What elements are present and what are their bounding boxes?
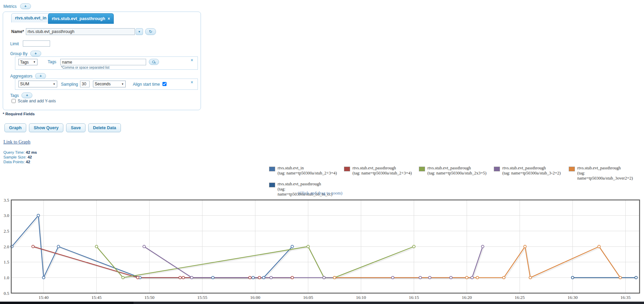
group-by-tags-input[interactable] [60, 59, 146, 65]
add-aggregator-button[interactable]: + [35, 73, 46, 79]
data-points-value: 42 [26, 160, 30, 164]
refresh-icon: ↻ [149, 29, 152, 34]
name-label: Name* [11, 29, 24, 34]
metric-name-dropdown-button[interactable]: ▼ [136, 28, 143, 35]
svg-text:16:35: 16:35 [621, 295, 631, 300]
chart-svg[interactable]: 0.51.01.52.02.53.03.515:4015:4515:5015:5… [0, 199, 644, 301]
sampling-unit-select[interactable]: Seconds ▼ [93, 81, 126, 87]
data-points-label: Data Points: [3, 160, 25, 164]
search-tags-button[interactable] [149, 59, 159, 65]
close-tab-icon[interactable]: × [108, 17, 110, 21]
legend-swatch [269, 183, 275, 187]
required-fields-note: * Required Fields [3, 112, 35, 116]
sample-size-stat: Sample Size: 42 [3, 155, 32, 160]
svg-text:16:30: 16:30 [568, 295, 578, 300]
group-by-tags-label: Tags [48, 60, 56, 64]
zoom-hint: (Click and drag to zoom) [225, 190, 415, 196]
chevron-down-icon: ▼ [121, 83, 124, 86]
sample-size-label: Sample Size: [3, 155, 27, 159]
show-query-button[interactable]: Show Query [29, 123, 63, 132]
legend-label: rtvs.stub.evt_passthrough(tag: name=tp50… [502, 166, 561, 181]
add-group-by-button[interactable]: + [30, 51, 41, 56]
legend-swatch [419, 167, 425, 171]
legend-item: rtvs.stub.evt_passthrough(tag: name=tp50… [494, 166, 565, 181]
query-time-value: 42 ms [26, 150, 37, 154]
tags-section-label: Tags [10, 93, 19, 98]
svg-text:0.5: 0.5 [4, 291, 9, 296]
tab-evt-passthrough-label: rtvs.stub.evt_passthrough [52, 16, 105, 21]
legend-item: rtvs.stub.evt_in(tag: name=tp50300a/stub… [269, 166, 340, 181]
svg-text:1.5: 1.5 [4, 259, 9, 265]
kairosdb-query-page: Metrics + rtvs.stub.evt_in × rtvs.stub.e… [0, 0, 644, 304]
svg-text:2.5: 2.5 [4, 229, 9, 234]
scale-y-axis-checkbox[interactable] [12, 99, 16, 103]
legend-label: rtvs.stub.evt_passthrough(tag: name=tp50… [352, 166, 412, 181]
legend-item: rtvs.stub.evt_passthrough(tag: name=tp50… [344, 166, 415, 181]
tab-evt-in-label: rtvs.stub.evt_in [15, 16, 46, 20]
aggregator-function-select[interactable]: SUM ▼ [18, 81, 57, 87]
query-time-stat: Query Time: 42 ms [3, 150, 37, 155]
sampling-value-input[interactable] [80, 81, 90, 87]
chart[interactable]: 0.51.01.52.02.53.03.515:4015:4515:5015:5… [0, 199, 644, 301]
svg-text:16:20: 16:20 [462, 295, 472, 300]
bottom-scrollbar-thumb[interactable] [0, 302, 133, 304]
legend-swatch [269, 167, 275, 171]
tab-evt-passthrough[interactable]: rtvs.stub.evt_passthrough × [48, 13, 114, 24]
group-by-type-value: Tags [20, 60, 29, 65]
svg-text:16:10: 16:10 [356, 295, 366, 300]
save-button[interactable]: Save [66, 123, 85, 132]
aggregator-row: SUM ▼ Sampling Seconds ▼ Align start tim… [15, 79, 198, 90]
data-points-stat: Data Points: 42 [3, 160, 30, 165]
search-icon [152, 60, 156, 64]
link-to-graph[interactable]: Link to Graph [3, 139, 30, 145]
tags-hint: *Comma or space separated list [61, 66, 109, 69]
legend-item: rtvs.stub.evt_passthrough(tag: name=tp50… [569, 166, 640, 181]
svg-text:15:45: 15:45 [92, 295, 102, 300]
legend-swatch [569, 167, 575, 171]
refresh-metric-button[interactable]: ↻ [145, 28, 156, 35]
metrics-section-label: Metrics [3, 4, 17, 9]
chevron-down-icon: ▼ [138, 30, 141, 33]
legend-swatch [494, 167, 500, 171]
limit-input[interactable] [23, 40, 50, 47]
aggregator-function-value: SUM [20, 82, 29, 86]
svg-text:3.5: 3.5 [4, 199, 9, 203]
add-metric-button[interactable]: + [20, 3, 31, 9]
add-tag-button[interactable]: + [21, 92, 32, 98]
sampling-label: Sampling [61, 82, 78, 87]
sampling-unit-value: Seconds [95, 82, 111, 86]
group-by-type-select[interactable]: Tags ▼ [18, 59, 37, 65]
chevron-down-icon: ▼ [33, 61, 36, 64]
svg-text:1.0: 1.0 [4, 275, 9, 280]
metric-form-panel: rtvs.stub.evt_in × rtvs.stub.evt_passthr… [3, 12, 201, 110]
legend-label: rtvs.stub.evt_passthrough(tag: name=tp50… [427, 166, 486, 181]
legend-swatch [344, 167, 350, 171]
legend-label: rtvs.stub.evt_passthrough(tag: name=tp50… [577, 166, 640, 181]
svg-text:15:40: 15:40 [38, 295, 49, 300]
chevron-down-icon: ▼ [53, 83, 56, 86]
align-start-time-checkbox[interactable] [162, 82, 167, 86]
sample-size-value: 42 [28, 155, 32, 159]
svg-text:16:00: 16:00 [250, 295, 261, 300]
limit-label: Limit [10, 41, 19, 46]
remove-aggregator-icon[interactable]: × [191, 80, 193, 84]
group-by-row: Tags ▼ Tags × *Comma or space separated … [15, 56, 198, 70]
delete-data-button[interactable]: Delete Data [88, 123, 121, 132]
svg-text:15:55: 15:55 [197, 295, 207, 300]
legend-item: rtvs.stub.evt_passthrough(tag: name=tp50… [419, 166, 490, 181]
metric-name-input[interactable] [26, 28, 135, 35]
query-time-label: Query Time: [3, 150, 25, 154]
scale-y-axis-label: Scale and add Y-axis [18, 99, 56, 103]
align-start-time-label: Align start time [133, 82, 160, 87]
remove-group-by-icon[interactable]: × [191, 58, 193, 62]
svg-text:16:25: 16:25 [515, 295, 525, 300]
legend-label: rtvs.stub.evt_in(tag: name=tp50300a/stub… [278, 166, 337, 181]
group-by-label: Group By [10, 51, 28, 56]
aggregators-label: Aggregators [10, 74, 32, 79]
svg-text:16:15: 16:15 [409, 295, 419, 300]
graph-button[interactable]: Graph [4, 123, 26, 132]
svg-text:3.0: 3.0 [4, 213, 9, 218]
svg-text:16:05: 16:05 [303, 295, 313, 300]
svg-text:15:50: 15:50 [144, 295, 155, 300]
svg-text:2.0: 2.0 [4, 244, 9, 249]
